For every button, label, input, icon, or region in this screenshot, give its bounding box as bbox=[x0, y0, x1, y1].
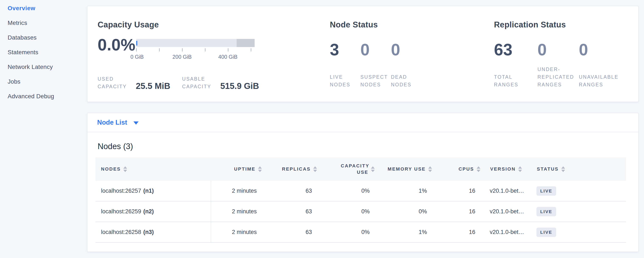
sidebar-item-jobs[interactable]: Jobs bbox=[0, 74, 87, 89]
column-header-replicas[interactable]: REPLICAS bbox=[264, 166, 319, 172]
capacity-used-percent: 0.0% bbox=[98, 36, 136, 53]
table-row[interactable]: localhost:26259(n2) 2 minutes 63 0% 0% 1… bbox=[96, 201, 626, 222]
node-status-section: Node Status 3 LIVE NODES 0 SUSPECT NODES… bbox=[328, 6, 492, 102]
sort-icon bbox=[428, 166, 432, 172]
node-list-dropdown-label: Node List bbox=[97, 119, 127, 126]
live-nodes-stat: 3 LIVE NODES bbox=[330, 41, 360, 88]
under-replicated-ranges-stat: 0 UNDER-REPLICATED RANGES bbox=[538, 41, 579, 88]
sort-icon bbox=[313, 166, 317, 172]
status-badge: LIVE bbox=[536, 207, 556, 216]
table-row[interactable]: localhost:26257(n1) 2 minutes 63 0% 1% 1… bbox=[96, 181, 626, 201]
status-badge: LIVE bbox=[536, 186, 556, 196]
cluster-summary-card: Capacity Usage 0.0% 0 GiB 200 GiB 400 Gi… bbox=[87, 6, 639, 102]
capacity-bar-used-marker bbox=[136, 41, 137, 46]
suspect-nodes-stat: 0 SUSPECT NODES bbox=[360, 41, 391, 88]
status-cell: LIVE bbox=[529, 186, 626, 196]
axis-tick bbox=[228, 48, 228, 51]
sidebar-item-advanced-debug[interactable]: Advanced Debug bbox=[0, 89, 87, 104]
under-replicated-ranges-label: UNDER-REPLICATED RANGES bbox=[538, 66, 579, 88]
sidebar-item-statements[interactable]: Statements bbox=[0, 45, 87, 60]
suspect-nodes-label: SUSPECT NODES bbox=[360, 73, 391, 88]
cpus-cell: 16 bbox=[434, 208, 482, 215]
column-label: CPUS bbox=[458, 166, 474, 172]
column-header-nodes[interactable]: NODES bbox=[96, 166, 211, 172]
uptime-cell: 2 minutes bbox=[211, 188, 264, 194]
replicas-cell: 63 bbox=[264, 188, 319, 194]
column-label: MEMORY USE bbox=[388, 166, 426, 172]
column-header-status[interactable]: STATUS bbox=[529, 166, 626, 172]
usable-capacity-value: 515.9 GiB bbox=[220, 81, 259, 91]
used-capacity-label: USED CAPACITY bbox=[98, 75, 133, 90]
version-cell: v20.1.0-bet… bbox=[482, 208, 529, 215]
memory-use-cell: 1% bbox=[376, 229, 434, 235]
column-label: STATUS bbox=[537, 166, 559, 172]
node-status-title: Node Status bbox=[330, 20, 492, 30]
cpus-cell: 16 bbox=[434, 229, 482, 235]
capacity-stats: USED CAPACITY 25.5 MiB USABLE CAPACITY 5… bbox=[98, 75, 328, 90]
node-name: (n3) bbox=[143, 229, 154, 235]
node-name: (n1) bbox=[143, 188, 154, 194]
cpus-cell: 16 bbox=[434, 188, 482, 194]
node-address: localhost:26258 bbox=[101, 229, 141, 235]
column-header-uptime[interactable]: UPTIME bbox=[211, 166, 264, 172]
status-badge: LIVE bbox=[536, 228, 556, 237]
axis-tick bbox=[159, 48, 160, 51]
total-ranges-label: TOTAL RANGES bbox=[494, 73, 538, 88]
column-header-version[interactable]: VERSION bbox=[482, 166, 529, 172]
sidebar-item-network-latency[interactable]: Network Latency bbox=[0, 60, 87, 74]
axis-label: 0 GiB bbox=[130, 54, 144, 60]
dead-nodes-stat: 0 DEAD NODES bbox=[391, 41, 422, 88]
uptime-cell: 2 minutes bbox=[211, 208, 264, 215]
node-list-card: Node List Nodes (3) NODES UPTIME REPLICA… bbox=[87, 113, 639, 252]
axis-label: 400 GiB bbox=[218, 54, 238, 60]
capacity-gauge: 0.0% 0 GiB 200 GiB 400 GiB bbox=[98, 39, 328, 62]
dead-nodes-value: 0 bbox=[391, 41, 422, 59]
nodes-table: NODES UPTIME REPLICAS CAPACITY USE MEMOR… bbox=[96, 157, 626, 243]
unavailable-ranges-value: 0 bbox=[579, 41, 638, 59]
column-label: UPTIME bbox=[234, 166, 256, 172]
total-ranges-stat: 63 TOTAL RANGES bbox=[494, 41, 538, 88]
total-ranges-value: 63 bbox=[494, 41, 538, 59]
version-cell: v20.1.0-bet… bbox=[482, 229, 529, 235]
column-header-cpus[interactable]: CPUS bbox=[434, 166, 482, 172]
chevron-down-icon bbox=[134, 121, 138, 125]
axis-tick bbox=[251, 48, 251, 51]
usable-capacity-label: USABLE CAPACITY bbox=[182, 75, 217, 90]
replication-status-stats: 63 TOTAL RANGES 0 UNDER-REPLICATED RANGE… bbox=[494, 41, 638, 88]
axis-tick bbox=[205, 48, 206, 51]
node-name: (n2) bbox=[143, 208, 154, 215]
status-cell: LIVE bbox=[529, 228, 626, 237]
replicas-cell: 63 bbox=[264, 229, 319, 235]
suspect-nodes-value: 0 bbox=[360, 41, 391, 59]
live-nodes-value: 3 bbox=[330, 41, 360, 59]
memory-use-cell: 1% bbox=[376, 188, 434, 194]
memory-use-cell: 0% bbox=[376, 208, 434, 215]
column-label: VERSION bbox=[490, 166, 516, 172]
sort-icon bbox=[258, 166, 262, 172]
usable-capacity-stat: USABLE CAPACITY 515.9 GiB bbox=[182, 75, 259, 90]
sort-icon bbox=[476, 166, 480, 172]
replicas-cell: 63 bbox=[264, 208, 319, 215]
node-list-dropdown[interactable]: Node List bbox=[88, 113, 638, 132]
used-capacity-value: 25.5 MiB bbox=[136, 81, 170, 91]
sidebar-item-overview[interactable]: Overview bbox=[0, 1, 87, 16]
column-header-memory-use[interactable]: MEMORY USE bbox=[376, 166, 434, 172]
sidebar: Overview Metrics Databases Statements Ne… bbox=[0, 0, 87, 104]
axis-tick bbox=[182, 48, 182, 51]
replication-status-section: Replication Status 63 TOTAL RANGES 0 UND… bbox=[492, 6, 638, 102]
sidebar-item-metrics[interactable]: Metrics bbox=[0, 16, 87, 30]
version-cell: v20.1.0-bet… bbox=[482, 188, 529, 194]
table-row[interactable]: localhost:26258(n3) 2 minutes 63 0% 1% 1… bbox=[96, 222, 626, 243]
capacity-bar-secondary bbox=[236, 39, 255, 47]
column-header-capacity-use[interactable]: CAPACITY USE bbox=[319, 163, 376, 176]
capacity-usage-section: Capacity Usage 0.0% 0 GiB 200 GiB 400 Gi… bbox=[88, 6, 328, 102]
sidebar-item-databases[interactable]: Databases bbox=[0, 30, 87, 45]
sort-icon bbox=[371, 166, 375, 172]
node-address: localhost:26257 bbox=[101, 188, 141, 194]
node-address-cell: localhost:26257(n1) bbox=[96, 181, 211, 201]
axis-label: 200 GiB bbox=[172, 54, 192, 60]
column-label: NODES bbox=[101, 166, 121, 172]
column-label: CAPACITY USE bbox=[341, 163, 368, 176]
node-address-cell: localhost:26259(n2) bbox=[96, 201, 211, 222]
axis-tick bbox=[136, 48, 137, 51]
